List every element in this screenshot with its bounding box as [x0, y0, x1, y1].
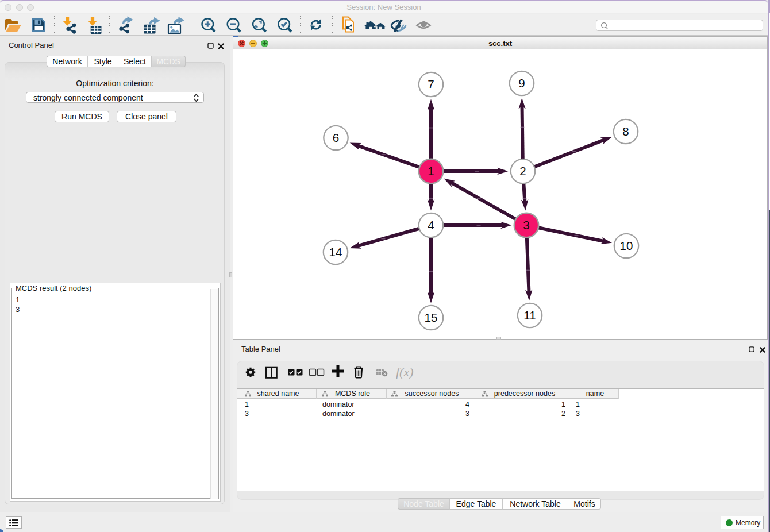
svg-text:8: 8	[622, 125, 629, 138]
svg-text:11: 11	[523, 309, 536, 322]
svg-text:3: 3	[523, 218, 529, 232]
svg-text:1: 1	[428, 164, 434, 178]
svg-text:14: 14	[329, 245, 342, 259]
svg-text:4: 4	[428, 218, 434, 232]
svg-text:10: 10	[620, 239, 633, 252]
svg-text:9: 9	[518, 76, 525, 90]
svg-text:2: 2	[519, 164, 526, 178]
svg-text:6: 6	[333, 131, 339, 144]
svg-text:15: 15	[425, 311, 438, 324]
svg-text:7: 7	[428, 78, 434, 91]
svg-text:f(x): f(x)	[396, 365, 414, 379]
